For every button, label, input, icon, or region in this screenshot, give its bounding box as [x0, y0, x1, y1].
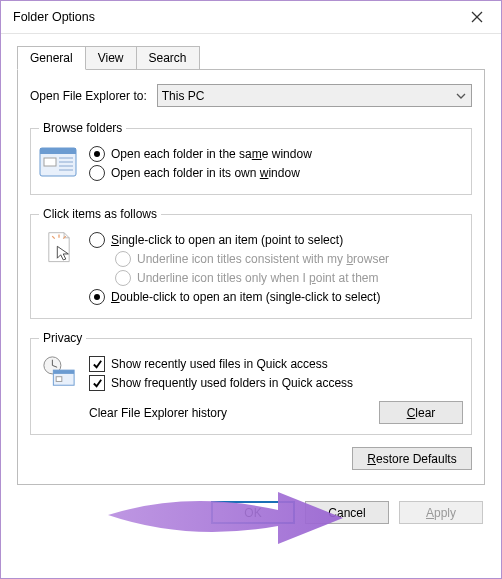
radio-single-click[interactable]: Single-click to open an item (point to s…: [89, 232, 463, 248]
radio-icon: [89, 289, 105, 305]
radio-label: Double-click to open an item (single-cli…: [111, 290, 380, 305]
svg-rect-17: [56, 377, 62, 382]
radio-icon: [89, 165, 105, 181]
tab-search[interactable]: Search: [136, 46, 200, 70]
restore-defaults-button[interactable]: Restore Defaults: [352, 447, 472, 470]
svg-rect-4: [44, 158, 56, 166]
click-items-legend: Click items as follows: [39, 207, 161, 221]
tab-strip: General View Search: [17, 46, 485, 70]
svg-rect-3: [40, 148, 76, 154]
radio-icon: [89, 146, 105, 162]
dialog-button-row: OK Cancel Apply: [1, 489, 501, 538]
tab-panel-general: Open File Explorer to: This PC Browse fo…: [17, 69, 485, 485]
open-explorer-row: Open File Explorer to: This PC: [30, 84, 472, 107]
checkbox-recent-files[interactable]: Show recently used files in Quick access: [89, 356, 463, 372]
click-items-group: Click items as follows Single-click to o…: [30, 207, 472, 319]
clear-button[interactable]: Clear: [379, 401, 463, 424]
radio-own-window[interactable]: Open each folder in its own window: [89, 165, 463, 181]
window-title: Folder Options: [13, 10, 461, 24]
ok-button[interactable]: OK: [211, 501, 295, 524]
tab-view[interactable]: View: [85, 46, 137, 70]
checkbox-frequent-folders[interactable]: Show frequently used folders in Quick ac…: [89, 375, 463, 391]
titlebar: Folder Options: [1, 1, 501, 34]
radio-label: Underline icon titles consistent with my…: [137, 252, 389, 267]
radio-underline-point: Underline icon titles only when I point …: [115, 270, 463, 286]
radio-double-click[interactable]: Double-click to open an item (single-cli…: [89, 289, 463, 305]
svg-rect-16: [53, 370, 74, 374]
radio-icon: [115, 270, 131, 286]
privacy-group: Privacy Show recently used files in Quic…: [30, 331, 472, 435]
tab-general[interactable]: General: [17, 46, 86, 70]
close-button[interactable]: [461, 1, 493, 33]
radio-label: Single-click to open an item (point to s…: [111, 233, 343, 248]
privacy-icon: [39, 355, 79, 389]
chevron-down-icon: [455, 90, 467, 102]
radio-label: Open each folder in its own window: [111, 166, 300, 181]
cancel-button[interactable]: Cancel: [305, 501, 389, 524]
folder-window-icon: [39, 145, 79, 179]
radio-underline-browser: Underline icon titles consistent with my…: [115, 251, 463, 267]
browse-folders-group: Browse folders Open each folder in the s…: [30, 121, 472, 195]
browse-folders-legend: Browse folders: [39, 121, 126, 135]
open-explorer-label: Open File Explorer to:: [30, 89, 147, 103]
open-explorer-value: This PC: [162, 89, 205, 103]
open-explorer-combo[interactable]: This PC: [157, 84, 472, 107]
radio-icon: [89, 232, 105, 248]
clear-history-label: Clear File Explorer history: [89, 406, 379, 420]
checkbox-label: Show recently used files in Quick access: [111, 357, 328, 372]
checkbox-icon: [89, 375, 105, 391]
radio-same-window[interactable]: Open each folder in the same window: [89, 146, 463, 162]
document-cursor-icon: [39, 231, 79, 265]
radio-icon: [115, 251, 131, 267]
checkbox-icon: [89, 356, 105, 372]
dialog-content: General View Search Open File Explorer t…: [1, 34, 501, 489]
apply-button[interactable]: Apply: [399, 501, 483, 524]
close-icon: [471, 11, 483, 23]
radio-label: Underline icon titles only when I point …: [137, 271, 378, 286]
checkbox-label: Show frequently used folders in Quick ac…: [111, 376, 353, 391]
privacy-legend: Privacy: [39, 331, 86, 345]
radio-label: Open each folder in the same window: [111, 147, 312, 162]
